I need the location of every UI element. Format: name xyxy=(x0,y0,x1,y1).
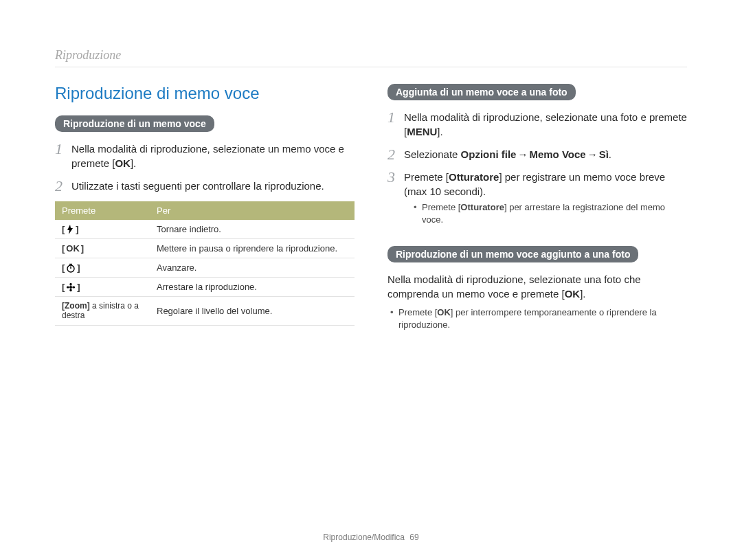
option-label: Opzioni file xyxy=(461,148,517,160)
steps-left: 1 Nella modalità di riproduzione, selezi… xyxy=(55,142,355,193)
table-row: [OK] Mettere in pausa o riprendere la ri… xyxy=(55,239,355,258)
step-text: Nella modalità di riproduzione, selezion… xyxy=(71,143,344,169)
page-title: Riproduzione di memo voce xyxy=(55,84,355,103)
table-row: [Zoom] a sinistra o a destra Regolare il… xyxy=(55,297,355,326)
step-text: ]. xyxy=(131,157,136,169)
right-column: Aggiunta di un memo voce a una foto 1 Ne… xyxy=(387,84,687,333)
svg-point-7 xyxy=(67,286,69,288)
table-cell: Arrestare la riproduzione. xyxy=(150,278,355,297)
table-cell: Mettere in pausa o riprendere la riprodu… xyxy=(150,239,355,258)
option-label: Sì xyxy=(599,148,609,160)
table-row: [ ] Tornare indietro. xyxy=(55,220,355,239)
page-number: 69 xyxy=(409,533,418,542)
sub-bullets: Premete [Otturatore] per arrestare la re… xyxy=(404,201,687,225)
step-3: 3 Premete [Otturatore] per registrare un… xyxy=(387,170,687,225)
step-text: Utilizzate i tasti seguenti per controll… xyxy=(71,180,324,192)
ok-icon: OK xyxy=(437,307,451,317)
table-header: Premete xyxy=(55,201,150,220)
option-label: Memo Voce xyxy=(529,148,585,160)
table-cell: Regolare il livello del volume. xyxy=(150,297,355,326)
ok-icon: [OK] xyxy=(62,243,84,254)
table-cell: Avanzare. xyxy=(150,258,355,278)
step-2: 2 Selezionate Opzioni file → Memo Voce →… xyxy=(387,147,687,161)
step-number: 2 xyxy=(55,176,63,197)
step-text: Nella modalità di riproduzione, selezion… xyxy=(404,111,687,137)
svg-point-6 xyxy=(70,289,72,291)
shutter-label: Otturatore xyxy=(460,202,504,212)
zoom-label: [Zoom] a sinistra o a destra xyxy=(62,301,143,321)
timer-icon: [ ] xyxy=(62,262,80,273)
svg-marker-0 xyxy=(67,225,73,234)
menu-icon: MENU xyxy=(407,126,437,137)
shutter-label: Otturatore xyxy=(449,171,499,183)
breadcrumb: Riproduzione xyxy=(55,48,687,67)
footer-label: Riproduzione/Modifica xyxy=(323,533,405,542)
ok-icon: OK xyxy=(565,288,581,300)
step-1: 1 Nella modalità di riproduzione, selezi… xyxy=(55,142,355,170)
section-pill-right-a: Aggiunta di un memo voce a una foto xyxy=(387,84,576,100)
step-text: . xyxy=(609,148,611,160)
list-item: Premete [OK] per interrompere temporanea… xyxy=(390,306,687,331)
step-number: 1 xyxy=(55,139,63,160)
step-2: 2 Utilizzate i tasti seguenti per contro… xyxy=(55,179,355,193)
section-pill-left: Riproduzione di un memo voce xyxy=(55,115,214,132)
svg-point-4 xyxy=(69,286,72,289)
table-row: [ ] Avanzare. xyxy=(55,258,355,278)
table-header: Per xyxy=(150,201,355,220)
list-item: Premete [Otturatore] per arrestare la re… xyxy=(414,201,687,225)
svg-point-5 xyxy=(70,282,72,285)
page-footer: Riproduzione/Modifica 69 xyxy=(0,533,742,542)
page: Riproduzione Riproduzione di memo voce R… xyxy=(0,0,742,560)
svg-point-8 xyxy=(73,286,76,288)
flower-icon: [ ] xyxy=(62,282,80,292)
arrow-icon: → xyxy=(586,147,599,161)
ok-icon: OK xyxy=(115,157,131,169)
controls-table: Premete Per [ ] Tornare indietr xyxy=(55,201,355,326)
step-text: Premete [ xyxy=(404,171,449,183)
step-number: 1 xyxy=(387,107,395,128)
arrow-icon: → xyxy=(516,147,529,161)
left-column: Riproduzione di memo voce Riproduzione d… xyxy=(55,84,355,333)
flash-icon: [ ] xyxy=(62,224,79,234)
paragraph: Nella modalità di riproduzione, selezion… xyxy=(387,272,687,301)
step-text: Selezionate xyxy=(404,148,461,160)
sub-bullets: Premete [OK] per interrompere temporanea… xyxy=(387,306,687,331)
step-1: 1 Nella modalità di riproduzione, selezi… xyxy=(387,110,687,139)
content-columns: Riproduzione di memo voce Riproduzione d… xyxy=(55,84,687,333)
section-pill-right-b: Riproduzione di un memo voce aggiunto a … xyxy=(387,246,638,262)
step-number: 2 xyxy=(387,144,395,166)
table-cell: Tornare indietro. xyxy=(150,220,355,239)
step-text: ]. xyxy=(437,126,442,137)
step-number: 3 xyxy=(387,167,395,188)
table-row: [ ] Arrestare la riproduzione. xyxy=(55,278,355,297)
steps-right-a: 1 Nella modalità di riproduzione, selezi… xyxy=(387,110,687,225)
